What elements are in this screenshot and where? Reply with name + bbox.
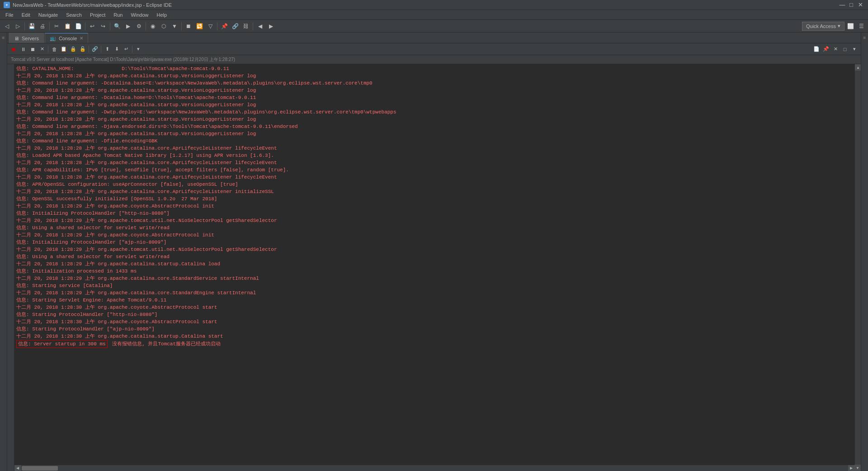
console-btn-3[interactable]: ⏹ [28, 45, 37, 54]
console-menu-btn[interactable]: ▾ [134, 45, 143, 54]
toolbar-sep-6 [181, 22, 182, 30]
servers-icon: 🖥 [14, 36, 19, 41]
console-scroll-bottom-btn[interactable]: ⬇ [112, 45, 121, 54]
toolbar-btn-view[interactable]: ☰ [856, 21, 866, 31]
toolbar-btn-2[interactable]: ▷ [13, 21, 23, 31]
toolbar-sep-7 [217, 22, 217, 30]
window-title: NewJavaWeb - TestMavenWeb/src/main/webap… [13, 2, 172, 8]
menu-file[interactable]: File [2, 10, 17, 19]
scroll-down-arrow[interactable]: ▼ [854, 465, 861, 471]
main-content: 🖥 Servers 📺 Console ✕ ■ ⏸ ⏹ ✕ 🗑 📋 🔒 🔓 🔗 … [7, 33, 861, 471]
quick-access-chevron-icon: ▾ [838, 23, 840, 29]
sidebar-icon-1[interactable]: ≡ [0, 34, 7, 41]
toolbar-btn-20[interactable]: ▶ [266, 21, 276, 31]
scroll-left-arrow[interactable]: ◀ [14, 465, 21, 471]
toolbar-sep-1 [24, 22, 25, 30]
toolbar-btn-6[interactable]: 📄 [73, 21, 83, 31]
maximize-button[interactable]: □ [847, 1, 855, 9]
menu-navigate[interactable]: Navigate [35, 10, 61, 19]
toolbar-sep-3 [85, 22, 85, 30]
toolbar-sep-2 [49, 22, 50, 30]
console-sep-1 [48, 46, 48, 53]
tab-servers[interactable]: 🖥 Servers [9, 33, 44, 43]
toolbar-btn-16[interactable]: 📌 [219, 21, 229, 31]
main-toolbar: ◁ ▷ 💾 🖨 ✂ 📋 📄 ↩ ↪ 🔍 ▶ ⚙ ◉ ⬡ ▼ ⏹ 🔁 ▽ 📌 🔗 … [0, 20, 868, 33]
tab-bar: 🖥 Servers 📺 Console ✕ [7, 33, 861, 43]
toolbar-btn-13[interactable]: ⏹ [184, 21, 193, 31]
toolbar-btn-1[interactable]: ◁ [2, 21, 12, 31]
console-lock-btn[interactable]: 🔒 [69, 45, 78, 54]
console-content[interactable]: 信息: CATALINA_HOME: D:\Tools\Tomcat\apach… [14, 64, 854, 465]
console-text-wrapper: 信息: CATALINA_HOME: D:\Tools\Tomcat\apach… [14, 64, 854, 471]
toolbar-btn-14[interactable]: 🔁 [194, 21, 204, 31]
toolbar-sep-5 [146, 22, 146, 30]
minimize-button[interactable]: — [838, 1, 846, 9]
console-new-console-btn[interactable]: 📄 [812, 45, 821, 54]
toolbar-btn-19[interactable]: ◀ [255, 21, 265, 31]
scroll-up-arrow[interactable]: ▲ [855, 64, 861, 71]
quick-access-button[interactable]: Quick Access ▾ [802, 22, 844, 31]
console-btn-2[interactable]: ⏸ [19, 45, 28, 54]
console-sep-3 [101, 46, 101, 53]
console-pin-btn[interactable]: 📌 [821, 45, 830, 54]
console-btn-4[interactable]: ✕ [38, 45, 47, 54]
toolbar-btn-8[interactable]: ▶ [123, 21, 133, 31]
console-clear-btn[interactable]: 🗑 [50, 45, 59, 54]
console-left-gutter [7, 64, 14, 471]
menu-edit[interactable]: Edit [18, 10, 34, 19]
console-scroll-top-btn[interactable]: ⬆ [103, 45, 112, 54]
toolbar-btn-save[interactable]: 💾 [27, 21, 37, 31]
toolbar-btn-4[interactable]: ✂ [52, 21, 61, 31]
console-btn-link[interactable]: 🔗 [90, 45, 99, 54]
menu-bar: File Edit Navigate Search Project Run Wi… [0, 10, 868, 20]
toolbar-btn-11[interactable]: ⬡ [159, 21, 169, 31]
h-scrollbar-thumb[interactable] [22, 466, 58, 471]
right-sidebar-icon[interactable]: ≡ [862, 34, 868, 41]
toolbar-sep-4 [110, 22, 110, 30]
scroll-right-arrow[interactable]: ▶ [848, 465, 854, 471]
console-output: 信息: CATALINA_HOME: D:\Tools\Tomcat\apach… [16, 65, 853, 348]
console-view-menu-btn[interactable]: ▾ [850, 45, 859, 54]
toolbar-btn-7[interactable]: 🔍 [112, 21, 122, 31]
console-area: 信息: CATALINA_HOME: D:\Tools\Tomcat\apach… [7, 64, 861, 471]
vertical-scrollbar[interactable]: ▲ ▼ [854, 64, 861, 471]
close-button[interactable]: ✕ [856, 1, 864, 9]
console-unlock-btn[interactable]: 🔓 [78, 45, 87, 54]
app-icon: e [4, 2, 10, 8]
menu-project[interactable]: Project [86, 10, 109, 19]
tab-console[interactable]: 📺 Console ✕ [45, 33, 88, 43]
left-sidebar: ≡ [0, 33, 7, 471]
tab-console-label: Console [59, 36, 77, 41]
console-word-wrap-btn[interactable]: ↵ [122, 45, 131, 54]
right-sidebar: ≡ [861, 33, 868, 471]
horizontal-scrollbar[interactable]: ◀ ▶ [14, 465, 854, 471]
title-bar: e NewJavaWeb - TestMavenWeb/src/main/web… [0, 0, 868, 10]
toolbar-btn-undo[interactable]: ↩ [87, 21, 97, 31]
toolbar-btn-redo[interactable]: ↪ [98, 21, 108, 31]
console-icon: 📺 [50, 35, 56, 41]
tab-console-close[interactable]: ✕ [80, 36, 83, 41]
console-sep-2 [89, 46, 89, 53]
toolbar-btn-perspective[interactable]: ⬜ [845, 21, 855, 31]
h-scrollbar-track[interactable] [22, 466, 847, 471]
toolbar-btn-15[interactable]: ▽ [205, 21, 215, 31]
menu-help[interactable]: Help [153, 10, 171, 19]
console-close-btn[interactable]: ✕ [831, 45, 840, 54]
menu-run[interactable]: Run [110, 10, 126, 19]
menu-window[interactable]: Window [127, 10, 152, 19]
toolbar-sep-8 [253, 22, 253, 30]
toolbar-btn-18[interactable]: ⛓ [241, 21, 251, 31]
console-maximize-btn[interactable]: □ [840, 45, 849, 54]
toolbar-btn-12[interactable]: ▼ [170, 21, 179, 31]
toolbar-btn-9[interactable]: ⚙ [134, 21, 144, 31]
menu-search[interactable]: Search [62, 10, 85, 19]
console-toolbar: ■ ⏸ ⏹ ✕ 🗑 📋 🔒 🔓 🔗 ⬆ ⬇ ↵ ▾ 📄 📌 ✕ □ ▾ [7, 43, 861, 55]
console-copy-btn[interactable]: 📋 [59, 45, 68, 54]
console-stop-btn[interactable]: ■ [9, 45, 18, 54]
toolbar-btn-3[interactable]: 🖨 [38, 21, 47, 31]
toolbar-btn-10[interactable]: ◉ [148, 21, 158, 31]
toolbar-btn-5[interactable]: 📋 [62, 21, 72, 31]
toolbar-btn-17[interactable]: 🔗 [230, 21, 240, 31]
title-bar-controls[interactable]: — □ ✕ [838, 1, 864, 9]
quick-access-label: Quick Access [806, 24, 836, 29]
